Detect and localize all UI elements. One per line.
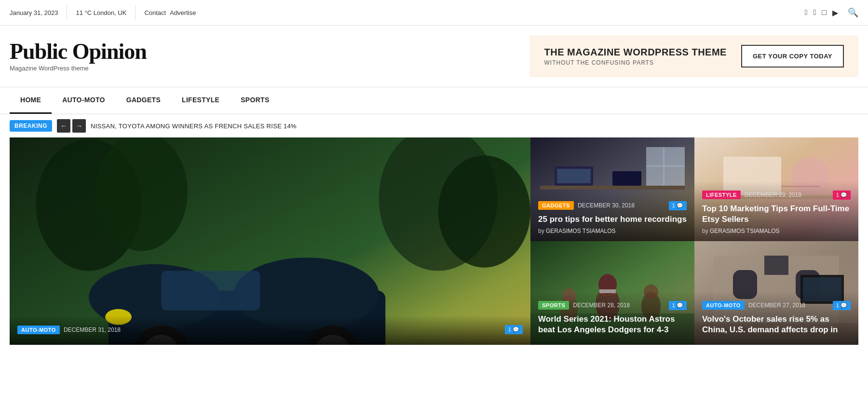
header-ad-banner: THE MAGAZINE WORDPRESS THEME WITHOUT THE… [529,35,858,77]
volvo-comment-count: 1 💬 [833,301,851,310]
breaking-text: NISSAN, TOYOTA AMONG WINNERS AS FRENCH S… [91,122,297,130]
nav-gadgets[interactable]: GADGETS [116,87,171,114]
top-bar: January 31, 2023 11 °C London, UK Contac… [0,0,868,26]
sports-category: SPORTS [538,301,569,310]
site-tagline: Magazine WordPress theme [10,65,147,72]
volvo-meta: AUTO-MOTO DECEMBER 27, 2018 1 💬 [702,301,851,310]
ad-title: THE MAGAZINE WORDPRESS THEME [544,47,726,58]
breaking-prev-arrow[interactable]: ← [57,119,70,133]
volvo-date: DECEMBER 27, 2018 [748,302,805,309]
breaking-label: BREAKING [10,120,52,132]
featured-comment-count: 1 💬 [505,325,523,334]
volvo-title: Volvo's October sales rise 5% as China, … [702,314,851,335]
featured-article[interactable]: AUTO-MOTO DECEMBER 31, 2018 1 💬 [10,137,530,345]
gadgets-title: 25 pro tips for better home recordings [538,214,687,225]
gadgets-category: GADGETS [538,201,574,210]
sports-date: DECEMBER 28, 2018 [573,302,630,309]
volvo-overlay: AUTO-MOTO DECEMBER 27, 2018 1 💬 Volvo's … [694,291,858,345]
utility-links: Contact Advertise [144,9,196,16]
twitter-icon[interactable]:  [813,8,816,17]
divider-1 [67,5,67,20]
article-auto-volvo[interactable]: AUTO-MOTO DECEMBER 27, 2018 1 💬 Volvo's … [694,241,858,345]
social-icons-group:   □ ▶ [805,8,838,17]
site-header: Public Opinion Magazine WordPress theme … [0,26,868,87]
gadgets-meta: GADGETS DECEMBER 30, 2018 1 💬 [538,201,687,210]
lifestyle-category: LIFESTYLE [702,190,741,199]
nav-lifestyle[interactable]: LIFESTYLE [171,87,230,114]
site-title[interactable]: Public Opinion [10,41,147,63]
svg-rect-15 [540,186,685,190]
featured-overlay: AUTO-MOTO DECEMBER 31, 2018 1 💬 [10,315,530,345]
top-bar-right:   □ ▶ 🔍 [805,7,858,18]
sports-title: World Series 2021: Houston Astros beat L… [538,314,687,335]
svg-rect-18 [612,171,641,186]
breaking-bar: BREAKING ← → NISSAN, TOYOTA AMONG WINNER… [0,114,868,137]
svg-point-4 [438,155,530,267]
svg-rect-17 [557,169,591,183]
nav-sports[interactable]: SPORTS [230,87,280,114]
article-lifestyle-etsy[interactable]: LIFESTYLE DECEMBER 29, 2018 1 💬 Top 10 M… [694,137,858,241]
volvo-category: AUTO-MOTO [702,301,745,310]
sports-overlay: SPORTS DECEMBER 28, 2018 1 💬 World Serie… [530,291,694,345]
lifestyle-overlay: LIFESTYLE DECEMBER 29, 2018 1 💬 Top 10 M… [694,181,858,241]
logo-area: Public Opinion Magazine WordPress theme [10,41,147,72]
article-sports-worldseries[interactable]: SPORTS DECEMBER 28, 2018 1 💬 World Serie… [530,241,694,345]
lifestyle-author: by GERASIMOS TSIAMALOS [702,228,851,234]
nav-auto-moto[interactable]: AUTO-MOTO [52,87,116,114]
breaking-next-arrow[interactable]: → [72,119,86,133]
gadgets-author: by GERASIMOS TSIAMALOS [538,228,687,234]
gadgets-date: DECEMBER 30, 2018 [578,202,635,209]
featured-meta: AUTO-MOTO DECEMBER 31, 2018 1 💬 [17,325,523,334]
featured-image [10,137,530,345]
instagram-icon[interactable]: □ [822,8,827,17]
weather-display: 11 °C London, UK [76,9,126,16]
facebook-icon[interactable]:  [805,8,808,17]
ad-text: THE MAGAZINE WORDPRESS THEME WITHOUT THE… [544,47,726,66]
gadgets-overlay: GADGETS DECEMBER 30, 2018 1 💬 25 pro tip… [530,191,694,241]
sports-meta: SPORTS DECEMBER 28, 2018 1 💬 [538,301,687,310]
ad-cta-button[interactable]: GET YOUR COPY TODAY [741,45,844,68]
advertise-link[interactable]: Advertise [170,9,196,16]
divider-2 [135,5,136,20]
lifestyle-date: DECEMBER 29, 2018 [745,191,801,198]
date-display: January 31, 2023 [10,9,58,16]
featured-date: DECEMBER 31, 2018 [64,326,121,333]
featured-category: AUTO-MOTO [17,326,60,334]
article-gadgets-recordings[interactable]: GADGETS DECEMBER 30, 2018 1 💬 25 pro tip… [530,137,694,241]
sports-comment-count: 1 💬 [669,301,687,310]
svg-rect-8 [161,271,260,311]
nav-home[interactable]: HOME [10,87,52,114]
svg-rect-21 [646,165,685,167]
ad-subtitle: WITHOUT THE CONFUSING PARTS [544,59,726,66]
lifestyle-comment-count: 1 💬 [833,190,851,200]
breaking-nav-arrows: ← → [57,119,86,133]
main-nav: HOME AUTO-MOTO GADGETS LIFESTYLE SPORTS [0,87,868,114]
main-content-grid: AUTO-MOTO DECEMBER 31, 2018 1 💬 [0,137,868,345]
svg-point-2 [95,137,188,251]
youtube-icon[interactable]: ▶ [832,8,838,17]
search-icon[interactable]: 🔍 [848,7,858,18]
svg-rect-42 [764,256,788,275]
contact-link[interactable]: Contact [144,9,166,16]
gadgets-comment-count: 1 💬 [669,201,687,210]
lifestyle-title: Top 10 Marketing Tips From Full-Time Ets… [702,204,851,225]
lifestyle-meta: LIFESTYLE DECEMBER 29, 2018 1 💬 [702,190,851,200]
